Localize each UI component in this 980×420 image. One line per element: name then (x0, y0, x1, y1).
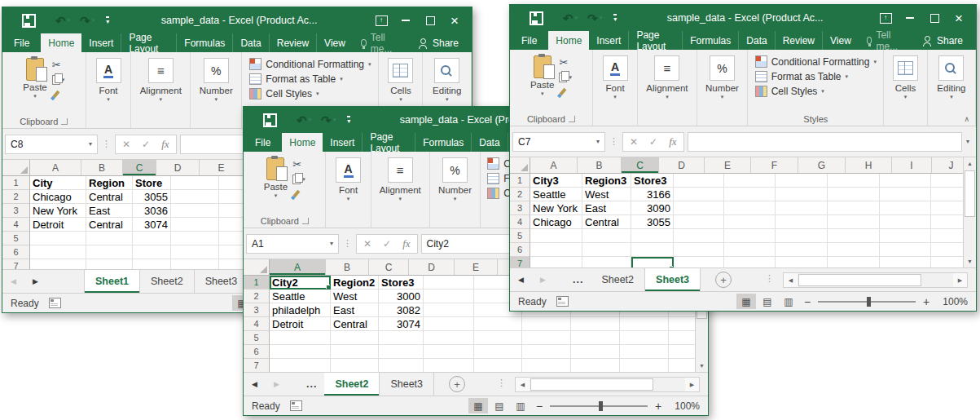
scroll-right-icon[interactable]: ▶ (953, 273, 967, 287)
cell-E2[interactable] (724, 188, 776, 201)
cell-H4[interactable] (880, 215, 931, 229)
paste-button[interactable]: Paste ▾ (23, 56, 46, 100)
cell-E1[interactable] (724, 174, 776, 188)
save-icon[interactable] (263, 113, 277, 127)
enter-icon[interactable]: ✓ (383, 238, 391, 250)
cell-C4[interactable]: 3055 (631, 215, 674, 229)
cell-D4[interactable] (424, 317, 474, 331)
cell-B1[interactable]: Region3 (582, 174, 631, 188)
cell-styles-button[interactable]: Cell Styles▾ (249, 88, 319, 99)
cell-B6[interactable] (582, 243, 631, 257)
cell-B4[interactable]: Central (86, 218, 133, 232)
cell-E4[interactable] (724, 215, 776, 229)
cell-C5[interactable] (133, 232, 171, 245)
cell-D6[interactable] (424, 345, 474, 359)
cell-D2[interactable] (674, 188, 724, 201)
cell-F7[interactable] (776, 257, 828, 267)
cell-C6[interactable] (133, 245, 171, 259)
undo-button[interactable]: ↶ (297, 114, 307, 126)
tab-view[interactable]: View (316, 33, 353, 52)
cell-A2[interactable]: Chicago (30, 190, 86, 204)
zoom-percentage[interactable]: 100% (935, 296, 968, 307)
cell-H1[interactable] (880, 174, 931, 188)
cell-D3[interactable] (424, 303, 474, 317)
row-header-4[interactable]: 4 (244, 317, 270, 331)
tab-home[interactable]: Home (41, 33, 81, 52)
number-group[interactable]: % Number ▾ (430, 152, 481, 228)
share-button[interactable]: Share (910, 31, 976, 50)
cell-D7[interactable] (171, 259, 219, 269)
previous-sheet-icon[interactable]: ◀ (2, 270, 24, 293)
column-header-E[interactable]: E (705, 157, 751, 173)
cell-D5[interactable] (424, 331, 474, 345)
title-bar[interactable]: ↶▾ ↷▾ ▾ sample_data - Excel (Product Ac.… (510, 5, 976, 31)
column-header-G[interactable]: G (798, 157, 846, 173)
clipboard-dialog-launcher-icon[interactable] (569, 116, 575, 122)
zoom-slider[interactable] (818, 301, 916, 303)
tab-insert[interactable]: Insert (323, 133, 362, 152)
undo-button[interactable]: ↶ (563, 12, 573, 24)
save-icon[interactable] (22, 14, 36, 28)
clipboard-dialog-launcher-icon[interactable] (302, 218, 309, 224)
conditional-formatting-button[interactable]: Conditional Formatting▾ (755, 55, 877, 68)
font-group[interactable]: A Font ▾ (593, 50, 639, 126)
normal-view-button[interactable]: ▦ (736, 294, 756, 309)
cell-B2[interactable]: West (331, 290, 379, 303)
enter-icon[interactable]: ✓ (142, 139, 150, 150)
cell-A7[interactable] (530, 257, 582, 267)
cell-B1[interactable]: Region (86, 176, 133, 190)
name-box-caret-icon[interactable]: ▾ (330, 240, 333, 247)
row-header-2[interactable]: 2 (510, 188, 530, 201)
cell-A3[interactable]: philadelph (270, 303, 331, 317)
horizontal-scrollbar[interactable]: ◀ ▶ (515, 377, 700, 392)
cell-A4[interactable]: Detroit (30, 218, 86, 232)
name-box-caret-icon[interactable]: ▾ (596, 138, 600, 145)
zoom-slider-thumb[interactable] (599, 401, 603, 411)
minimize-button[interactable] (898, 8, 922, 28)
row-header-6[interactable]: 6 (510, 243, 530, 257)
column-header-B[interactable]: B (578, 157, 622, 173)
alignment-group[interactable]: ≡ Alignment ▾ (638, 50, 697, 126)
tab-view[interactable]: View (822, 31, 859, 50)
sheet-tab-sheet1[interactable]: Sheet1 (84, 270, 140, 293)
cell-F5[interactable] (522, 331, 571, 345)
cut-button[interactable]: ✂ (292, 158, 305, 170)
redo-button[interactable]: ↷ (321, 114, 332, 126)
zoom-slider[interactable] (550, 405, 648, 407)
cell-E6[interactable] (724, 243, 776, 257)
redo-button[interactable]: ↷ (80, 15, 90, 27)
macro-record-icon[interactable] (556, 296, 569, 307)
cell-G5[interactable] (571, 331, 620, 345)
enter-icon[interactable]: ✓ (649, 136, 657, 148)
cell-G4[interactable] (828, 215, 880, 229)
cell-F6[interactable] (776, 243, 828, 257)
cell-B3[interactable]: East (86, 204, 133, 218)
tab-review[interactable]: Review (269, 33, 316, 52)
horizontal-scroll-track[interactable] (798, 273, 953, 287)
undo-caret-icon[interactable]: ▾ (575, 15, 578, 21)
column-header-E[interactable]: E (455, 259, 498, 275)
cell-H7[interactable] (880, 257, 931, 267)
zoom-in-button[interactable]: + (919, 295, 934, 308)
cell-E5[interactable] (724, 229, 776, 243)
format-painter-button[interactable] (52, 88, 65, 100)
row-header-6[interactable]: 6 (244, 345, 270, 359)
cell-B5[interactable] (331, 331, 379, 345)
page-layout-view-button[interactable]: ▤ (758, 294, 777, 309)
row-header-4[interactable]: 4 (2, 218, 30, 232)
font-group[interactable]: A Font ▾ (86, 52, 132, 128)
copy-button[interactable]: ▾ (292, 173, 305, 185)
cell-A1[interactable]: City (30, 176, 86, 190)
cell-C1[interactable]: Store (133, 176, 171, 190)
zoom-in-button[interactable]: + (651, 400, 666, 413)
worksheet-grid[interactable]: ABCDEFGHIJ 1City3Region3Store32SeattleWe… (510, 157, 976, 267)
paste-button[interactable]: Paste ▾ (530, 54, 554, 98)
close-button[interactable]: × (442, 11, 467, 30)
row-header-7[interactable]: 7 (510, 257, 530, 267)
select-all-corner[interactable] (2, 160, 30, 175)
scroll-left-icon[interactable]: ◀ (784, 273, 798, 287)
redo-caret-icon[interactable]: ▾ (333, 117, 336, 123)
cell-H2[interactable] (880, 188, 931, 201)
share-button[interactable]: Share (406, 33, 472, 52)
cell-E6[interactable] (474, 345, 522, 359)
